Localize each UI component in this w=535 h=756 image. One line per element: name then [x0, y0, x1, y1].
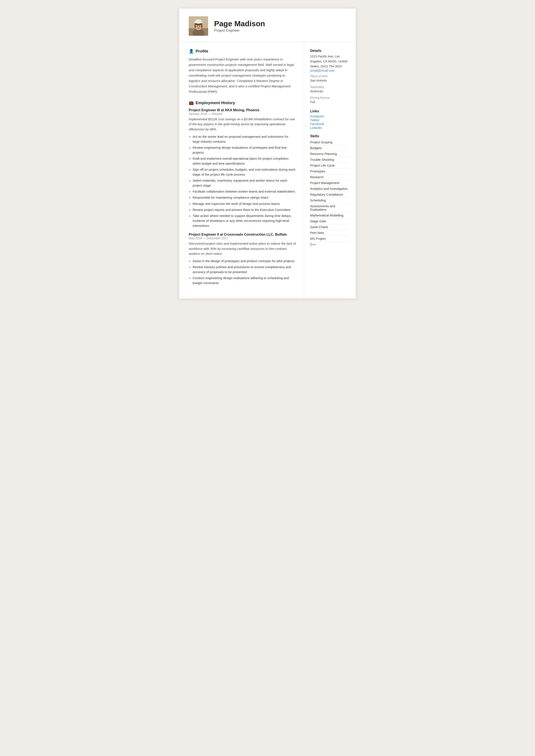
job-1-dates: January 2018 — Present [189, 112, 296, 116]
links-title: Links [310, 109, 350, 113]
profile-section-title: 👤 Profile [189, 49, 296, 54]
skill-item: Trouble Shooting [310, 157, 350, 163]
bullet-item: Sign off on project schedules, budgets, … [193, 167, 296, 177]
link-facebook[interactable]: Facebook [310, 122, 350, 126]
skill-item: Analytics and Investigation [310, 186, 350, 192]
bullet-item: Review engineering design evaluations of… [193, 145, 296, 155]
skill-item: Prototypes [310, 169, 350, 174]
job-1-bullets: Act as the senior lead on proposal manag… [189, 134, 296, 228]
skill-item: Mathematical Modelling [310, 212, 350, 218]
job-2-dates: May 2016 — December 2017 [189, 237, 296, 240]
skill-item: Research [310, 174, 350, 180]
bullet-item: Review industry policies and procedures … [193, 265, 296, 275]
profile-section: 👤 Profile Deadline focused Project Engin… [189, 49, 296, 95]
skill-item: Gantt Charts [310, 224, 350, 230]
profile-text: Deadline focused Project Engineer with n… [189, 57, 296, 95]
job-2-bullets: Assist in the design of prototypes and p… [189, 259, 296, 286]
place-of-birth: San Antonio [310, 78, 350, 83]
svg-point-10 [197, 26, 198, 27]
header-name: Page Madison [214, 19, 265, 28]
right-column: Details 1515 Pacific Ave, Los Angeles, C… [304, 42, 356, 298]
details-email[interactable]: email@email.com [310, 69, 350, 72]
bullet-item: Responsible for maintaining compliance r… [193, 195, 296, 200]
bullet-item: Conduct engineering design evaluations a… [193, 276, 296, 286]
skill-item: Regulatory Compliance [310, 192, 350, 198]
job-2-summary: Discovered project risks and implemented… [189, 241, 296, 257]
link-twitter[interactable]: Twitter [310, 118, 350, 122]
skill-item: Assessments and Evaluations [310, 203, 350, 212]
employment-section: 💼 Employment History Project Engineer II… [189, 100, 296, 286]
resume-card: Page Madison Project Engineer 👤 Profile … [179, 9, 356, 298]
nationality-label: Nationality [310, 85, 350, 89]
svg-point-9 [195, 19, 202, 24]
details-section: Details 1515 Pacific Ave, Los Angeles, C… [310, 49, 350, 104]
bullet-item: Select materials, machinery, equipment a… [193, 178, 296, 188]
job-1-title: Project Engineer III at AKA Mining, Phoe… [189, 108, 296, 112]
skill-item: Budgets [310, 145, 350, 151]
job-2-title: Project Engineer II at Crossroads Constr… [189, 233, 296, 237]
employment-section-title: 💼 Employment History [189, 100, 296, 106]
skills-title: Skills [310, 134, 350, 138]
link-instagram[interactable]: Instagram [310, 115, 350, 118]
skill-item: Project Scoping [310, 139, 350, 145]
bullet-item: Act as the senior lead on proposal manag… [193, 134, 296, 144]
briefcase-icon: 💼 [189, 100, 194, 105]
profile-icon: 👤 [189, 49, 194, 54]
body: 👤 Profile Deadline focused Project Engin… [179, 42, 356, 298]
details-address: 1515 Pacific Ave, Los Angeles, CA 90291,… [310, 54, 350, 69]
skill-item: Resource Planning [310, 151, 350, 157]
skill-item: Scheduling [310, 198, 350, 203]
svg-point-11 [199, 26, 200, 27]
bullet-item: Review project reports and present them … [193, 208, 296, 212]
links-section: Links Instagram Twitter Facebook Linkedi… [310, 109, 350, 129]
job-2: Project Engineer II at Crossroads Constr… [189, 233, 296, 286]
header-info: Page Madison Project Engineer [214, 19, 265, 33]
skill-item: Petri Nets [310, 230, 350, 236]
skill-item: Project Management [310, 180, 350, 186]
details-title: Details [310, 49, 350, 53]
place-of-birth-label: Place of birth [310, 74, 350, 78]
job-1-summary: Implemented $512K cost savings on a $3.8… [189, 117, 296, 132]
svg-rect-7 [201, 24, 202, 28]
bullet-item: Facilitate collaboration between worker … [193, 189, 296, 194]
skill-item: MS Project [310, 236, 350, 242]
left-column: 👤 Profile Deadline focused Project Engin… [179, 42, 304, 298]
bullet-item: Manage and supervise the work of design … [193, 201, 296, 207]
skill-item: Project Life Cycle [310, 163, 350, 169]
nationality: American [310, 89, 350, 94]
bullet-item: Assist in the design of prototypes and p… [193, 259, 296, 264]
avatar [189, 16, 208, 36]
header-title: Project Engineer [214, 29, 265, 33]
skill-item: C++ [310, 242, 350, 247]
driving-license: Full [310, 99, 350, 104]
job-1: Project Engineer III at AKA Mining, Phoe… [189, 108, 296, 228]
header: Page Madison Project Engineer [179, 9, 356, 42]
bullet-item: Take action where needed to support depa… [193, 213, 296, 228]
bullet-item: Draft and implement overall operational … [193, 156, 296, 166]
svg-rect-6 [195, 24, 196, 28]
link-linkedin[interactable]: Linkedin [310, 126, 350, 129]
driving-license-label: Driving license [310, 96, 350, 99]
skill-item: Stage Gate [310, 218, 350, 224]
skills-section: Skills Project Scoping Budgets Resource … [310, 134, 350, 247]
